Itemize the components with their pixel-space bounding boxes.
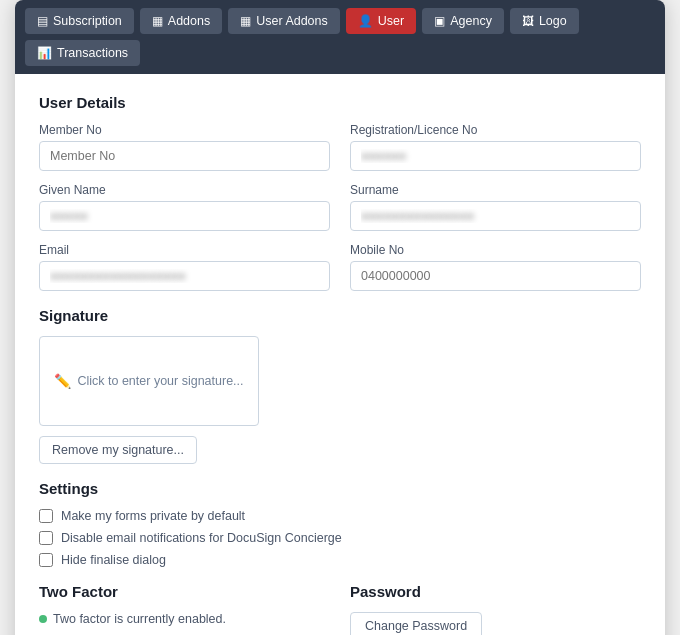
tab-subscription[interactable]: ▤ Subscription — [25, 8, 134, 34]
hide-finalise-checkbox[interactable] — [39, 553, 53, 567]
signature-title: Signature — [39, 307, 641, 324]
surname-label: Surname — [350, 183, 641, 197]
tab-agency[interactable]: ▣ Agency — [422, 8, 504, 34]
member-no-label: Member No — [39, 123, 330, 137]
given-name-input[interactable] — [39, 201, 330, 231]
surname-input[interactable] — [350, 201, 641, 231]
settings-section: Settings Make my forms private by defaul… — [39, 480, 641, 567]
registration-no-input[interactable] — [350, 141, 641, 171]
registration-no-label: Registration/Licence No — [350, 123, 641, 137]
password-title: Password — [350, 583, 641, 600]
signature-click-text: Click to enter your signature... — [77, 374, 243, 388]
disable-docusign-checkbox[interactable] — [39, 531, 53, 545]
subscription-icon: ▤ — [37, 14, 48, 28]
tab-addons[interactable]: ▦ Addons — [140, 8, 222, 34]
hide-finalise-label: Hide finalise dialog — [61, 553, 166, 567]
settings-checkboxes: Make my forms private by default Disable… — [39, 509, 641, 567]
signature-section: Signature ✏️ Click to enter your signatu… — [39, 307, 641, 464]
bottom-section: Two Factor Two factor is currently enabl… — [39, 583, 641, 635]
given-name-label: Given Name — [39, 183, 330, 197]
checkbox-hide-finalise[interactable]: Hide finalise dialog — [39, 553, 641, 567]
member-no-input[interactable] — [39, 141, 330, 171]
two-factor-status-text: Two factor is currently enabled. — [53, 612, 226, 626]
mobile-no-group: Mobile No — [350, 243, 641, 291]
change-password-button[interactable]: Change Password — [350, 612, 482, 635]
private-forms-checkbox[interactable] — [39, 509, 53, 523]
tab-transactions[interactable]: 📊 Transactions — [25, 40, 140, 66]
email-group: Email — [39, 243, 330, 291]
password-section: Password Change Password — [350, 583, 641, 635]
modal: ▤ Subscription ▦ Addons ▦ User Addons 👤 … — [15, 0, 665, 635]
private-forms-label: Make my forms private by default — [61, 509, 245, 523]
addons-icon: ▦ — [152, 14, 163, 28]
email-input[interactable] — [39, 261, 330, 291]
mobile-no-input[interactable] — [350, 261, 641, 291]
user-details-title: User Details — [39, 94, 641, 111]
pencil-icon: ✏️ — [54, 373, 71, 389]
email-label: Email — [39, 243, 330, 257]
content: User Details Member No Registration/Lice… — [15, 74, 665, 635]
member-no-group: Member No — [39, 123, 330, 171]
user-details-form: Member No Registration/Licence No Given … — [39, 123, 641, 291]
tab-user[interactable]: 👤 User — [346, 8, 416, 34]
two-factor-status: Two factor is currently enabled. — [39, 612, 226, 626]
tab-user-addons[interactable]: ▦ User Addons — [228, 8, 340, 34]
checkbox-private-forms[interactable]: Make my forms private by default — [39, 509, 641, 523]
tab-logo[interactable]: 🖼 Logo — [510, 8, 579, 34]
remove-signature-button[interactable]: Remove my signature... — [39, 436, 197, 464]
signature-box[interactable]: ✏️ Click to enter your signature... — [39, 336, 259, 426]
checkbox-disable-docusign[interactable]: Disable email notifications for DocuSign… — [39, 531, 641, 545]
given-name-group: Given Name — [39, 183, 330, 231]
two-factor-title: Two Factor — [39, 583, 330, 600]
logo-icon: 🖼 — [522, 14, 534, 28]
user-icon: 👤 — [358, 14, 373, 28]
tab-bar: ▤ Subscription ▦ Addons ▦ User Addons 👤 … — [15, 0, 665, 74]
settings-title: Settings — [39, 480, 641, 497]
two-factor-section: Two Factor Two factor is currently enabl… — [39, 583, 330, 635]
user-addons-icon: ▦ — [240, 14, 251, 28]
registration-no-group: Registration/Licence No — [350, 123, 641, 171]
status-dot — [39, 615, 47, 623]
mobile-no-label: Mobile No — [350, 243, 641, 257]
agency-icon: ▣ — [434, 14, 445, 28]
surname-group: Surname — [350, 183, 641, 231]
disable-docusign-label: Disable email notifications for DocuSign… — [61, 531, 342, 545]
transactions-icon: 📊 — [37, 46, 52, 60]
two-factor-row: Two factor is currently enabled. Disable… — [39, 612, 330, 635]
